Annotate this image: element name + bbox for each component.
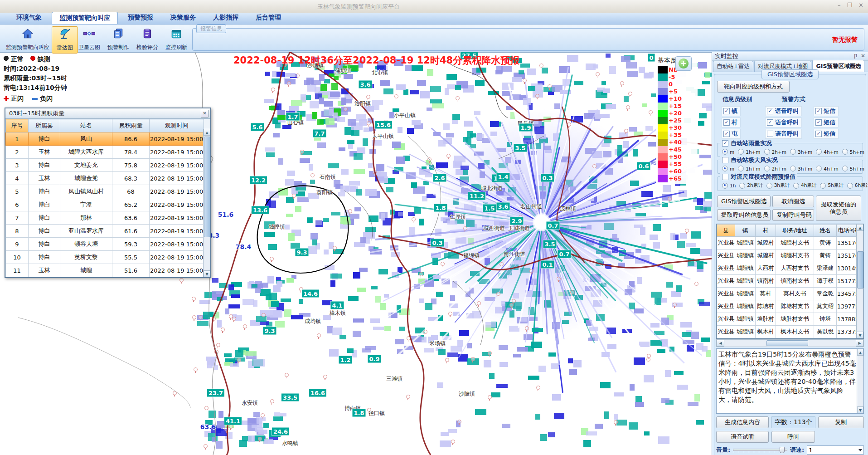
menu-tab-3[interactable]: 预警预报 <box>121 12 160 24</box>
gis-circle-select-button[interactable]: GIS预警区域圈选 <box>717 196 771 207</box>
pin-icon[interactable]: 卩 <box>852 53 857 60</box>
radio-2h+m[interactable] <box>764 149 770 155</box>
level-checkbox-镇[interactable]: ✓镇 <box>722 106 741 116</box>
menu-tab-2[interactable]: 监测预警靶向叫应 <box>52 12 118 24</box>
scroll-left-icon[interactable]: ◀ <box>717 340 724 347</box>
radio-5h累计[interactable] <box>820 183 826 189</box>
rain-table-header[interactable]: 累积雨量 <box>112 119 150 132</box>
checkbox-icon[interactable] <box>722 174 728 180</box>
contacts-header[interactable]: 县 <box>717 225 735 237</box>
scroll-up-icon[interactable]: ▲ <box>204 129 210 136</box>
contacts-header[interactable]: 村 <box>756 225 776 237</box>
checkbox-icon[interactable]: ✓ <box>722 140 728 147</box>
scroll-down-icon[interactable]: ▼ <box>857 332 863 338</box>
panel-tab-3[interactable]: GIS预警区域圈选 <box>812 60 864 72</box>
toolbar-button-radar[interactable]: 雷达图 <box>52 26 78 54</box>
sms-checkbox[interactable]: ✓短信 <box>814 129 839 139</box>
toolbar-button-calendar[interactable]: 监控刷新 <box>163 26 189 53</box>
sms-checkbox[interactable]: ✓短信 <box>814 106 839 116</box>
table-row[interactable]: 1博白凤山86.62022-08-19 15:00 <box>6 132 204 146</box>
contact-row[interactable]: 兴业县城隍镇大西村大西村支书梁泽建130149571 <box>717 262 863 275</box>
radio-2h+m[interactable] <box>764 166 770 171</box>
contact-row[interactable]: 兴业县城隍镇陈塘村陈塘村支书莫文绍139775796 <box>717 300 863 313</box>
scroll-up-icon[interactable]: ▲ <box>857 224 863 231</box>
table-row[interactable]: 6博白宁潭65.22022-08-19 15:00 <box>6 198 204 211</box>
volume-slider-thumb[interactable] <box>780 447 785 453</box>
sms-checkbox[interactable]: ✓短信 <box>814 117 839 127</box>
checkbox-icon[interactable]: ✓ <box>723 108 730 114</box>
extract-sms-informers-button[interactable]: 提取发短信的信息员 <box>816 196 861 221</box>
toolbar-button-clipboard[interactable]: 检验评分 <box>134 26 160 53</box>
table-row[interactable]: 4玉林城隍金党68.32022-08-19 15:00 <box>6 172 204 185</box>
message-scrollbar[interactable]: ▲ ▼ <box>857 349 863 413</box>
radio-5h+m[interactable] <box>842 166 848 171</box>
contacts-hscrollbar[interactable]: ◀ ▶ <box>716 339 864 347</box>
close-button[interactable]: ✕ <box>858 2 863 9</box>
checkbox-icon[interactable]: ✓ <box>723 131 730 137</box>
speech-speed-select[interactable]: 1 <box>807 445 864 455</box>
scroll-down-icon[interactable]: ▼ <box>857 406 863 413</box>
level-checkbox-屯[interactable]: ✓屯 <box>722 129 741 139</box>
map-zoom-in-button[interactable]: + <box>675 56 692 71</box>
maximize-button[interactable]: ❐ <box>847 2 852 9</box>
checkbox-icon[interactable]: ✓ <box>767 119 773 126</box>
table-row[interactable]: 9博白顿谷大塘59.32022-08-19 15:00 <box>6 238 204 251</box>
voice-call-checkbox[interactable]: 语音呼叫 <box>765 129 802 139</box>
panel-tab-1[interactable]: 自动站+雷达 <box>713 61 753 72</box>
panel-close-icon[interactable]: ✕ <box>861 53 865 60</box>
copy-call-numbers-button[interactable]: 复制呼叫号码 <box>772 209 814 221</box>
contact-row[interactable]: 兴业县城隍镇镇南村镇南村支书谭于模151775946 <box>717 275 863 288</box>
table-row[interactable]: 2玉林城隍大西水库78.42022-08-19 15:00 <box>6 146 204 159</box>
rain-table-header[interactable]: 所属县 <box>29 119 60 132</box>
radio-3h累计[interactable] <box>766 183 772 189</box>
rain-table-header[interactable]: 观测时间 <box>150 119 204 132</box>
contacts-header[interactable]: 职务/地址 <box>776 225 814 237</box>
checkbox-icon[interactable]: ✓ <box>723 119 730 126</box>
table-row[interactable]: 10博白英桥文黎55.52022-08-19 15:00 <box>6 251 204 264</box>
checkbox-icon[interactable]: ✓ <box>815 131 822 137</box>
rain-table-header[interactable]: 站名 <box>60 119 112 132</box>
warning-message-box[interactable]: 玉林市气象台19日5时15分发布暴雨橙色预警信号：4时以来兴业县城隍大西水库已出… <box>716 348 864 414</box>
radio-4h+m[interactable] <box>816 166 822 171</box>
checkbox-icon[interactable] <box>767 131 773 137</box>
radio-6h累计[interactable] <box>847 183 853 189</box>
table-row[interactable]: 8博白亚山温罗水库61.62022-08-19 15:00 <box>6 225 204 238</box>
radio-m[interactable] <box>722 149 728 155</box>
radio-3h+m[interactable] <box>790 149 796 155</box>
table-row[interactable]: 11玉林城隍51.62022-08-19 15:00 <box>6 264 204 277</box>
call-button[interactable]: 呼叫 <box>771 431 815 443</box>
generate-message-button[interactable]: 生成信息内容 <box>716 416 769 428</box>
extract-call-informers-button[interactable]: 提取呼叫的信息员 <box>717 209 771 221</box>
contact-row[interactable]: 兴业县城隍镇枫木村枫木村支书吴以悦137375511 <box>717 326 863 338</box>
warning-message-text[interactable]: 玉林市气象台19日5时15分发布暴雨橙色预警信号：4时以来兴业县城隍大西水库已出… <box>718 350 856 412</box>
menu-tab-4[interactable]: 决策服务 <box>163 12 203 24</box>
scroll-up-icon[interactable]: ▲ <box>857 349 863 356</box>
copy-button[interactable]: 复制 <box>818 416 864 428</box>
contacts-header[interactable]: 姓名 <box>814 225 837 237</box>
scroll-right-icon[interactable]: ▶ <box>856 340 863 347</box>
contacts-scrollbar[interactable]: ▲ ▼ <box>856 224 863 338</box>
radio-3h+m[interactable] <box>790 166 796 171</box>
rain-table-scrollbar[interactable]: ▲ ▼ <box>203 129 210 277</box>
radio-1h[interactable] <box>722 183 728 189</box>
scroll-down-icon[interactable]: ▼ <box>204 270 210 277</box>
voice-call-checkbox[interactable]: ✓语音呼叫 <box>765 106 802 116</box>
level-checkbox-村[interactable]: ✓村 <box>722 117 741 127</box>
rain-table-header[interactable]: 序号 <box>6 119 29 132</box>
cancel-select-button[interactable]: 取消圈选 <box>772 196 814 207</box>
minimize-button[interactable]: – <box>838 2 841 9</box>
toolbar-button-home[interactable]: 监测预警靶向叫应 <box>4 26 52 53</box>
toolbar-button-satellite[interactable]: 卫星云图 <box>76 26 102 53</box>
checkbox-icon[interactable] <box>722 157 728 163</box>
rain-panel-close-icon[interactable]: ✕ <box>201 110 209 117</box>
radio-2h累计[interactable] <box>739 183 745 189</box>
radio-5h+m[interactable] <box>842 149 848 155</box>
contact-row[interactable]: 兴业县城隍镇莫村莫村支书覃金乾134575405 <box>717 288 863 300</box>
contact-row[interactable]: 兴业县城隍镇城隍村城隍村支书黄铸135176975 <box>717 250 863 262</box>
menu-tab-5[interactable]: 人影指挥 <box>206 12 246 24</box>
voice-preview-button[interactable]: 语音试听 <box>716 431 769 443</box>
voice-call-checkbox[interactable]: ✓语音呼叫 <box>765 117 802 127</box>
contact-row[interactable]: 兴业县城隍镇城隍村城隍村支书黄铸135176975 <box>717 237 863 250</box>
radio-4h累计[interactable] <box>793 183 799 189</box>
menu-tab-1[interactable]: 环境气象 <box>9 12 49 24</box>
